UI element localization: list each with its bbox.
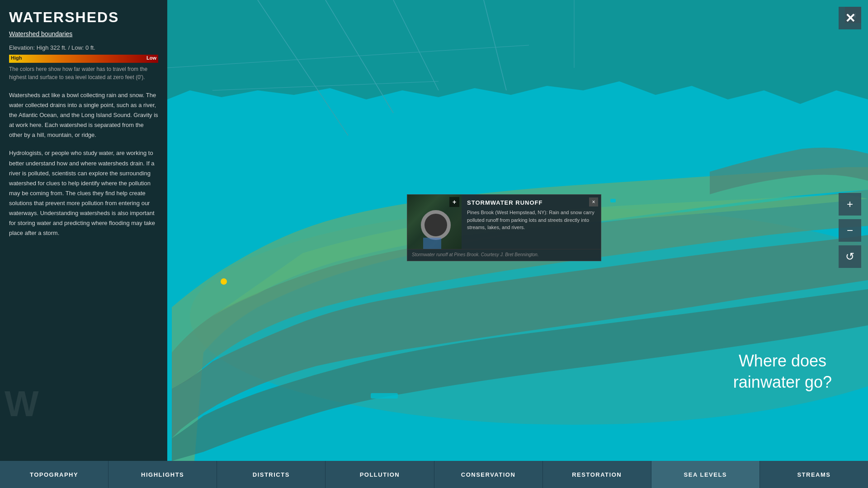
svg-rect-10 bbox=[610, 199, 616, 202]
elevation-bar: High Low bbox=[9, 55, 158, 63]
body-text-2: Hydrologists, or people who study water,… bbox=[9, 148, 158, 238]
body-text-1: Watersheds act like a bowl collecting ra… bbox=[9, 90, 158, 140]
color-description: The colors here show how far water has t… bbox=[9, 65, 158, 81]
popup-title: STORMWATER RUNOFF bbox=[467, 199, 595, 206]
map-indicator bbox=[221, 278, 227, 285]
tab-streams[interactable]: STREAMS bbox=[760, 461, 868, 488]
svg-line-1 bbox=[258, 0, 348, 136]
elevation-low-label: Low bbox=[146, 55, 156, 61]
svg-marker-0 bbox=[167, 0, 868, 104]
tab-sea-levels[interactable]: SEA LEVELS bbox=[651, 461, 760, 488]
tab-conservation[interactable]: CONSERVATION bbox=[434, 461, 543, 488]
zoom-reset-button[interactable]: ↺ bbox=[839, 245, 861, 268]
svg-line-7 bbox=[212, 81, 439, 90]
svg-line-6 bbox=[167, 45, 529, 68]
svg-line-3 bbox=[393, 0, 439, 90]
tab-districts[interactable]: DISTRICTS bbox=[217, 461, 326, 488]
tab-restoration[interactable]: RESTORATION bbox=[543, 461, 651, 488]
popup-image: + bbox=[407, 195, 462, 249]
zoom-out-button[interactable]: − bbox=[839, 219, 861, 242]
rainwater-question: Where doesrainwater go? bbox=[733, 351, 832, 393]
svg-line-2 bbox=[326, 0, 393, 113]
tab-topography[interactable]: TOPOGRAPHY bbox=[0, 461, 108, 488]
zoom-controls: + − ↺ bbox=[839, 193, 861, 268]
map-area[interactable]: ✕ + − ↺ Where doesrainwater go? × + STOR… bbox=[167, 0, 868, 461]
elevation-high-label: High bbox=[11, 55, 22, 61]
sidebar: WATERSHEDS Watershed boundaries Elevatio… bbox=[0, 0, 167, 461]
stormwater-popup: × + STORMWATER RUNOFF Pines Brook (West … bbox=[407, 194, 601, 261]
svg-line-4 bbox=[484, 0, 506, 90]
sidebar-subtitle: Watershed boundaries bbox=[9, 30, 158, 38]
sidebar-watermark: W bbox=[5, 383, 39, 425]
tab-pollution[interactable]: POLLUTION bbox=[326, 461, 434, 488]
elevation-label: Elevation: High 322 ft. / Low: 0 ft. bbox=[9, 44, 158, 51]
popup-header: + STORMWATER RUNOFF Pines Brook (West He… bbox=[407, 195, 601, 249]
popup-description: Pines Brook (West Hempstead, NY): Rain a… bbox=[467, 209, 595, 231]
page-title: WATERSHEDS bbox=[9, 9, 158, 26]
bottom-navigation: TOPOGRAPHY HIGHLIGHTS DISTRICTS POLLUTIO… bbox=[0, 461, 868, 488]
popup-caption: Stormwater runoff at Pines Brook. Courte… bbox=[407, 249, 601, 261]
tab-highlights[interactable]: HIGHLIGHTS bbox=[108, 461, 217, 488]
popup-expand-button[interactable]: + bbox=[449, 197, 459, 207]
zoom-in-button[interactable]: + bbox=[839, 193, 861, 216]
popup-close-button[interactable]: × bbox=[589, 197, 598, 206]
close-button[interactable]: ✕ bbox=[839, 7, 861, 29]
svg-rect-9 bbox=[371, 393, 398, 399]
popup-content: STORMWATER RUNOFF Pines Brook (West Hemp… bbox=[462, 195, 601, 249]
